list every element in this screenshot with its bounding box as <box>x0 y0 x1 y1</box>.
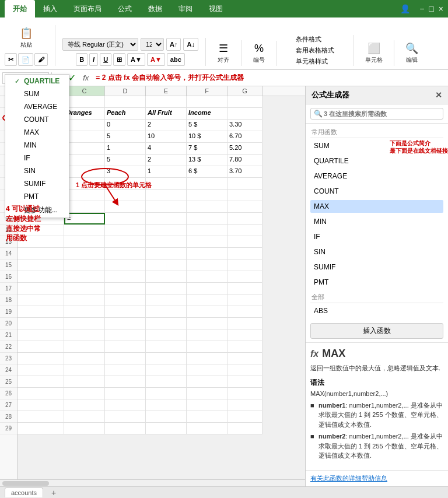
increase-font-btn[interactable]: A↑ <box>166 38 181 51</box>
cell[interactable] <box>146 318 187 329</box>
help-link[interactable]: 有关此函数的详细帮助信息 <box>306 470 448 486</box>
cell[interactable]: All Fruit <box>146 108 187 120</box>
abc-btn[interactable]: abc <box>167 53 185 66</box>
cell[interactable] <box>228 399 262 411</box>
cell[interactable] <box>105 236 146 248</box>
paste-button[interactable]: 📋 粘贴 <box>16 25 37 51</box>
cell[interactable]: 4 <box>146 143 187 155</box>
cell[interactable] <box>18 318 64 329</box>
cell[interactable] <box>228 306 262 318</box>
cell[interactable] <box>187 236 228 248</box>
cell[interactable] <box>64 190 105 201</box>
cell[interactable] <box>228 353 262 364</box>
cell[interactable] <box>64 353 105 364</box>
format-painter-button[interactable]: 🖌 <box>34 53 48 66</box>
dropdown-max[interactable]: MAX <box>5 126 69 139</box>
cell[interactable] <box>228 411 262 423</box>
cell[interactable] <box>146 259 187 271</box>
cell[interactable] <box>64 283 105 294</box>
dropdown-if[interactable]: IF <box>5 152 69 164</box>
cell[interactable] <box>146 283 187 294</box>
cell[interactable]: 5 <box>105 131 146 143</box>
cell[interactable] <box>18 259 64 271</box>
cell-style-btn[interactable]: 单元格样式 <box>296 57 328 66</box>
cell[interactable]: 13 $ <box>187 155 228 166</box>
panel-search-input[interactable] <box>310 108 443 120</box>
cell[interactable] <box>18 388 64 399</box>
cell[interactable] <box>146 190 187 201</box>
cell[interactable]: 2 <box>64 143 105 155</box>
cell[interactable]: 6 <box>64 155 105 166</box>
cell[interactable]: 2 <box>64 166 105 178</box>
cell[interactable] <box>187 306 228 318</box>
cell[interactable] <box>64 248 105 259</box>
cell[interactable]: 2 <box>146 120 187 131</box>
dropdown-count[interactable]: COUNT <box>5 113 69 126</box>
underline-btn[interactable]: U <box>100 53 111 66</box>
cell[interactable] <box>105 225 146 236</box>
cell[interactable] <box>18 329 64 341</box>
cell[interactable] <box>105 96 146 108</box>
cell[interactable] <box>228 236 262 248</box>
cell[interactable]: 2 <box>146 155 187 166</box>
cell[interactable] <box>64 259 105 271</box>
cell[interactable] <box>187 364 228 376</box>
cell[interactable]: = <box>64 213 105 225</box>
cell[interactable] <box>187 248 228 259</box>
cell[interactable] <box>146 225 187 236</box>
cell[interactable] <box>18 306 64 318</box>
cell[interactable] <box>187 271 228 283</box>
minimize-btn[interactable]: − <box>419 4 424 13</box>
cell[interactable] <box>64 294 105 306</box>
cell[interactable] <box>64 178 105 190</box>
cell[interactable]: 5 <box>105 155 146 166</box>
cell[interactable] <box>187 201 228 213</box>
cell[interactable] <box>146 271 187 283</box>
align-button[interactable]: ☰ 对齐 <box>213 40 234 66</box>
cell[interactable] <box>228 259 262 271</box>
italic-btn[interactable]: I <box>89 53 98 66</box>
cell[interactable] <box>18 341 64 353</box>
cell[interactable] <box>105 306 146 318</box>
cell[interactable] <box>187 376 228 388</box>
border-btn[interactable]: ⊞ <box>113 53 125 66</box>
cell[interactable] <box>18 353 64 364</box>
func-item-sumif[interactable]: SUMIF <box>310 261 443 273</box>
cell[interactable] <box>105 341 146 353</box>
cell[interactable] <box>146 306 187 318</box>
cell[interactable]: 7.80 <box>228 155 262 166</box>
cell[interactable] <box>187 388 228 399</box>
cell[interactable] <box>18 399 64 411</box>
add-sheet-btn[interactable]: + <box>48 488 60 497</box>
tab-start[interactable]: 开始 <box>5 0 35 17</box>
tab-formula[interactable]: 公式 <box>110 0 140 17</box>
cell[interactable] <box>105 411 146 423</box>
cell[interactable] <box>105 190 146 201</box>
dropdown-sum[interactable]: SUM <box>5 87 69 100</box>
cell[interactable] <box>228 96 262 108</box>
cell[interactable] <box>146 388 187 399</box>
tab-data[interactable]: 数据 <box>140 0 170 17</box>
cell[interactable] <box>105 283 146 294</box>
cell[interactable]: 3.30 <box>228 120 262 131</box>
cell[interactable] <box>187 213 228 225</box>
cell[interactable] <box>228 178 262 190</box>
cell[interactable] <box>64 236 105 248</box>
cell[interactable] <box>64 364 105 376</box>
cell[interactable] <box>105 213 146 225</box>
cell[interactable] <box>18 294 64 306</box>
insert-func-btn[interactable]: 插入函数 <box>310 323 443 339</box>
cell[interactable] <box>228 283 262 294</box>
panel-close-btn[interactable]: ✕ <box>435 90 442 100</box>
cell[interactable]: 0 <box>105 120 146 131</box>
cell[interactable] <box>105 248 146 259</box>
cell[interactable] <box>64 329 105 341</box>
cell[interactable] <box>146 376 187 388</box>
cell[interactable]: 5.20 <box>228 143 262 155</box>
cell[interactable] <box>64 388 105 399</box>
close-btn[interactable]: × <box>439 4 443 13</box>
func-item-min[interactable]: MIN <box>310 215 443 228</box>
cell[interactable] <box>187 178 228 190</box>
cell[interactable] <box>146 411 187 423</box>
cell[interactable] <box>146 213 187 225</box>
